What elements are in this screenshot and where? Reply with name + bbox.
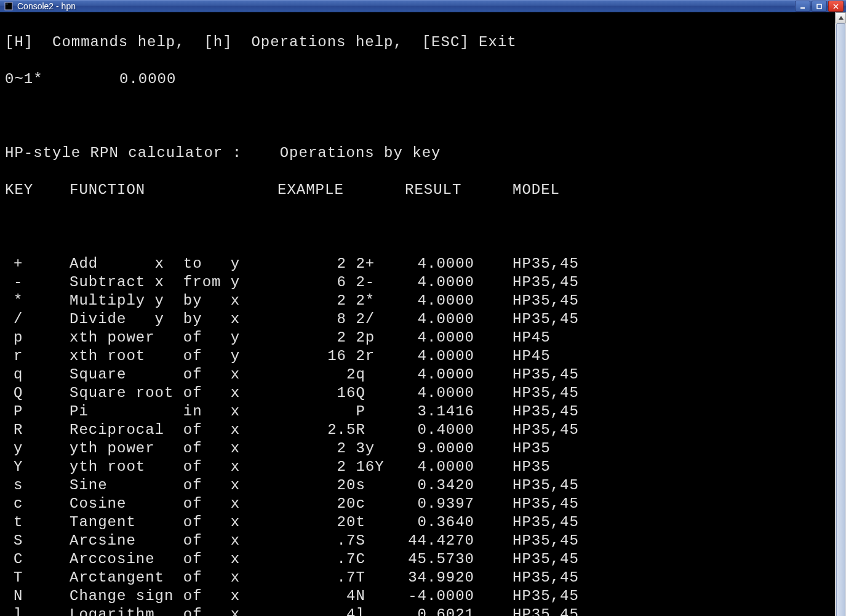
cell-function: Add x to y: [70, 255, 277, 273]
hdr-result: RESULT: [383, 181, 474, 199]
maximize-button[interactable]: [812, 1, 827, 12]
app-icon: [4, 1, 14, 11]
console-window: Console2 - hpn [H] Commands help, [h] Op…: [0, 0, 846, 616]
cell-key: s: [5, 476, 70, 495]
cell-key: S: [5, 532, 70, 550]
table-row: tTangent of x20t0.3640HP35,45: [5, 513, 830, 532]
cell-result: 0.3640: [383, 513, 474, 532]
cell-result: 45.5730: [383, 550, 474, 569]
cell-model: HP35,45: [474, 513, 579, 532]
cell-model: HP35,45: [474, 402, 579, 421]
cell-ex_r: 2q: [346, 366, 383, 384]
cell-model: HP45: [474, 347, 551, 366]
cell-model: HP35,45: [474, 292, 579, 310]
cell-ex_r: 7T: [346, 569, 383, 587]
table-row: lLogarithm of x4l0.6021HP35,45: [5, 606, 830, 616]
cell-ex_r: 7C: [346, 550, 383, 569]
table-row: SArcsine of x.7S44.4270HP35,45: [5, 532, 830, 550]
cell-function: Arcsine of x: [70, 532, 277, 550]
table-row: RReciprocal of x2.5R0.4000HP35,45: [5, 421, 830, 439]
table-row: sSine of x20s0.3420HP35,45: [5, 476, 830, 495]
cell-ex_l: 2: [277, 476, 346, 495]
cell-ex_r: 2+: [346, 255, 383, 273]
hdr-function: FUNCTION: [70, 181, 277, 199]
table-row: QSquare root of x16Q4.0000HP35,45: [5, 384, 830, 402]
svg-rect-0: [5, 2, 12, 10]
cell-model: HP35,45: [474, 366, 579, 384]
cell-result: 9.0000: [383, 439, 474, 458]
cell-ex_l: 2: [277, 513, 346, 532]
cell-ex_r: 7S: [346, 532, 383, 550]
cell-function: Change sign of x: [70, 587, 277, 606]
cell-ex_l: 8: [277, 310, 346, 329]
help-line: [H] Commands help, [h] Operations help, …: [5, 33, 830, 52]
cell-model: HP35,45: [474, 310, 579, 329]
cell-function: Multiply y by x: [70, 292, 277, 310]
table-row: /Divide y by x8 2/4.0000HP35,45: [5, 310, 830, 329]
cell-ex_l: 2.: [277, 421, 346, 439]
terminal-content[interactable]: [H] Commands help, [h] Operations help, …: [0, 12, 835, 616]
cell-ex_r: 2p: [346, 329, 383, 347]
cell-ex_l: [277, 402, 346, 421]
cell-ex_r: P: [346, 402, 383, 421]
cell-model: HP35,45: [474, 255, 579, 273]
cell-key: r: [5, 347, 70, 366]
cell-result: -4.0000: [383, 587, 474, 606]
cell-key: R: [5, 421, 70, 439]
cell-ex_r: 0t: [346, 513, 383, 532]
cell-function: Tangent of x: [70, 513, 277, 532]
cell-model: HP35,45: [474, 421, 579, 439]
cell-ex_l: .: [277, 532, 346, 550]
status-line: 0~1*0.0000: [5, 70, 830, 89]
cell-key: C: [5, 550, 70, 569]
cell-ex_l: 2: [277, 292, 346, 310]
window-controls: [795, 1, 846, 12]
scroll-track[interactable]: [836, 23, 846, 616]
cell-model: HP45: [474, 329, 551, 347]
cell-model: HP35,45: [474, 550, 579, 569]
cell-function: Divide y by x: [70, 310, 277, 329]
cell-function: yth root of x: [70, 458, 277, 476]
table-row: *Multiply y by x2 2*4.0000HP35,45: [5, 292, 830, 310]
cell-model: HP35,45: [474, 532, 579, 550]
cell-function: xth power of y: [70, 329, 277, 347]
scroll-thumb[interactable]: [836, 23, 845, 616]
cell-function: Sine of x: [70, 476, 277, 495]
table-row: TArctangent of x.7T34.9920HP35,45: [5, 569, 830, 587]
cell-key: /: [5, 310, 70, 329]
cell-ex_r: 3y: [346, 439, 383, 458]
cell-ex_l: .: [277, 569, 346, 587]
cell-key: N: [5, 587, 70, 606]
cell-ex_r: 2/: [346, 310, 383, 329]
scroll-up-button[interactable]: [836, 12, 846, 23]
minimize-button[interactable]: [795, 1, 810, 12]
cell-key: Y: [5, 458, 70, 476]
hdr-model: MODEL: [474, 181, 560, 199]
cell-result: 4.0000: [383, 273, 474, 292]
cell-result: 34.9920: [383, 569, 474, 587]
cell-ex_l: 2: [277, 495, 346, 513]
cell-ex_l: 1: [277, 384, 346, 402]
cell-result: 4.0000: [383, 329, 474, 347]
cell-key: l: [5, 606, 70, 616]
cell-ex_r: 0s: [346, 476, 383, 495]
table-row: yyth power of x2 3y9.0000HP35: [5, 439, 830, 458]
cell-function: Pi in x: [70, 402, 277, 421]
cell-ex_r: 4l: [346, 606, 383, 616]
cell-key: t: [5, 513, 70, 532]
cell-ex_l: [277, 366, 346, 384]
blank-line: [5, 218, 830, 236]
titlebar[interactable]: Console2 - hpn: [0, 1, 846, 12]
cell-key: T: [5, 569, 70, 587]
cell-function: Square root of x: [70, 384, 277, 402]
cell-ex_r: 0c: [346, 495, 383, 513]
table-row: CArccosine of x.7C45.5730HP35,45: [5, 550, 830, 569]
cell-result: 4.0000: [383, 347, 474, 366]
cell-key: y: [5, 439, 70, 458]
vertical-scrollbar[interactable]: [835, 12, 846, 616]
cell-key: *: [5, 292, 70, 310]
cell-function: xth root of y: [70, 347, 277, 366]
cell-function: Subtract x from y: [70, 273, 277, 292]
cell-result: 4.0000: [383, 458, 474, 476]
close-button[interactable]: [828, 1, 844, 12]
